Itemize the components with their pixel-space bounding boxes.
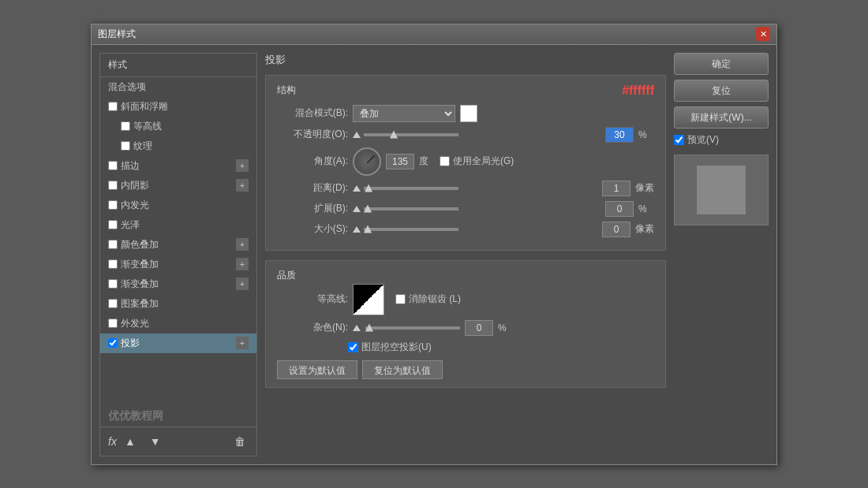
spread-slider[interactable] [364,207,458,210]
spread-row: 扩展(B): % [277,201,654,217]
blend-color-swatch[interactable] [460,105,477,122]
angle-dial[interactable] [353,147,381,176]
noise-unit: % [498,322,514,333]
sidebar-item-渐变叠加-2[interactable]: 渐变叠加 + [100,274,256,294]
reset-default-button[interactable]: 复位为默认值 [362,360,443,379]
watermark-logo: 优优教程网 [100,406,256,427]
plus-渐变叠加-2[interactable]: + [236,278,249,290]
sidebar-item-纹理[interactable]: 纹理 [100,136,256,156]
layer-knockout-label[interactable]: 图层挖空投影(U) [348,341,432,354]
layer-knockout-checkbox[interactable] [348,342,358,352]
sidebar-item-渐变叠加-1[interactable]: 渐变叠加 + [100,255,256,274]
sidebar-item-图案叠加[interactable]: 图案叠加 [100,294,256,314]
sidebar-item-label: 颜色叠加 [121,238,159,251]
sidebar-item-投影[interactable]: 投影 + [100,333,256,353]
checkbox-斜面和浮雕[interactable] [108,102,118,111]
opacity-slider-thumb[interactable] [353,132,361,138]
plus-投影[interactable]: + [236,337,249,349]
checkbox-光泽[interactable] [108,220,118,229]
sidebar-item-内发光[interactable]: 内发光 [100,196,256,215]
sidebar-item-描边[interactable]: 描边 + [100,156,256,176]
sidebar-item-label: 外发光 [121,317,149,330]
checkbox-内阴影[interactable] [108,181,118,190]
move-up-button[interactable]: ▲ [122,434,139,449]
opacity-slider[interactable] [364,133,458,136]
dialog-title: 图层样式 [98,28,136,41]
distance-slider-thumb[interactable] [353,185,361,192]
preview-checkbox[interactable] [674,135,684,145]
sidebar-item-label: 斜面和浮雕 [121,100,168,114]
sidebar-item-label: 渐变叠加 [121,278,159,291]
sidebar-item-外发光[interactable]: 外发光 [100,314,256,333]
spread-slider-container [353,206,600,212]
bottom-toolbar: fx ▲ ▼ 🗑 [100,427,256,456]
checkbox-渐变叠加-1[interactable] [108,259,118,269]
global-light-checkbox[interactable] [440,156,450,166]
opacity-input[interactable]: 30 [605,127,634,143]
noise-label: 杂色(N): [277,321,348,334]
close-button[interactable]: ✕ [756,27,770,41]
blend-mode-row: 混合模式(B): 叠加 正常 溶解 正片叠底 [277,105,654,122]
distance-input[interactable] [602,181,630,196]
plus-内阴影[interactable]: + [236,179,249,192]
noise-slider-thumb[interactable] [353,325,361,331]
size-input[interactable] [602,222,630,237]
sidebar-item-label: 纹理 [133,140,152,153]
color-code-display: #ffffff [622,84,654,98]
checkbox-外发光[interactable] [108,319,118,328]
noise-input[interactable] [465,320,493,336]
checkbox-等高线[interactable] [121,121,130,131]
size-slider-thumb[interactable] [353,226,361,233]
layer-control-buttons: ▲ ▼ [122,434,164,449]
spread-slider-thumb[interactable] [353,206,361,212]
global-light-label[interactable]: 使用全局光(G) [440,155,514,168]
anti-alias-label[interactable]: 消除锯齿 (L) [395,292,461,306]
right-panel: 确定 复位 新建样式(W)... 预览(V) [674,53,769,456]
distance-unit: 像素 [635,181,654,195]
checkbox-内发光[interactable] [108,200,118,210]
titlebar: 图层样式 ✕ [92,24,776,45]
reset-button[interactable]: 复位 [674,80,769,102]
delete-button[interactable]: 🗑 [231,434,249,449]
sidebar-item-斜面和浮雕[interactable]: 斜面和浮雕 [100,97,256,117]
sidebar-item-颜色叠加[interactable]: 颜色叠加 + [100,235,256,255]
sidebar-item-label: 光泽 [121,218,140,232]
spread-input[interactable] [605,201,634,217]
preview-box [674,155,769,225]
plus-描边[interactable]: + [236,159,249,172]
checkbox-描边[interactable] [108,161,118,170]
anti-alias-checkbox[interactable] [395,294,406,304]
size-slider[interactable] [364,228,458,231]
knockout-row: 图层挖空投影(U) [277,341,654,354]
checkbox-投影[interactable] [108,338,118,348]
plus-渐变叠加-1[interactable]: + [236,258,249,270]
checkbox-纹理[interactable] [121,141,130,151]
fx-icon: fx [108,435,117,448]
contour-curve-thumb[interactable] [353,284,384,315]
checkbox-颜色叠加[interactable] [108,240,118,249]
sidebar-item-光泽[interactable]: 光泽 [100,215,256,235]
main-section-title: 投影 [265,53,666,67]
checkbox-图案叠加[interactable] [108,299,118,308]
set-default-button[interactable]: 设置为默认值 [277,360,357,379]
blend-mode-select[interactable]: 叠加 正常 溶解 正片叠底 [353,105,455,122]
new-style-button[interactable]: 新建样式(W)... [674,106,769,129]
distance-slider[interactable] [364,187,458,190]
opacity-row: 不透明度(O): 30 % [277,127,654,143]
ok-button[interactable]: 确定 [674,53,769,75]
sidebar-item-内阴影[interactable]: 内阴影 + [100,176,256,196]
left-panel: 样式 混合选项 斜面和浮雕 等高线 纹理 描边 [99,53,257,456]
noise-slider[interactable] [365,326,460,330]
checkbox-渐变叠加-2[interactable] [108,279,118,289]
plus-颜色叠加[interactable]: + [236,238,249,251]
sidebar-item-等高线[interactable]: 等高线 [100,117,256,136]
spread-label: 扩展(B): [277,202,348,215]
move-down-button[interactable]: ▼ [147,434,164,449]
angle-needle [366,155,375,163]
size-label: 大小(S): [277,222,348,236]
preview-checkbox-label[interactable]: 预览(V) [674,133,769,147]
angle-label: 角度(A): [277,155,348,168]
sidebar-item-label: 投影 [121,337,140,350]
sidebar-item-混合选项[interactable]: 混合选项 [100,77,256,97]
angle-input[interactable] [386,154,414,169]
